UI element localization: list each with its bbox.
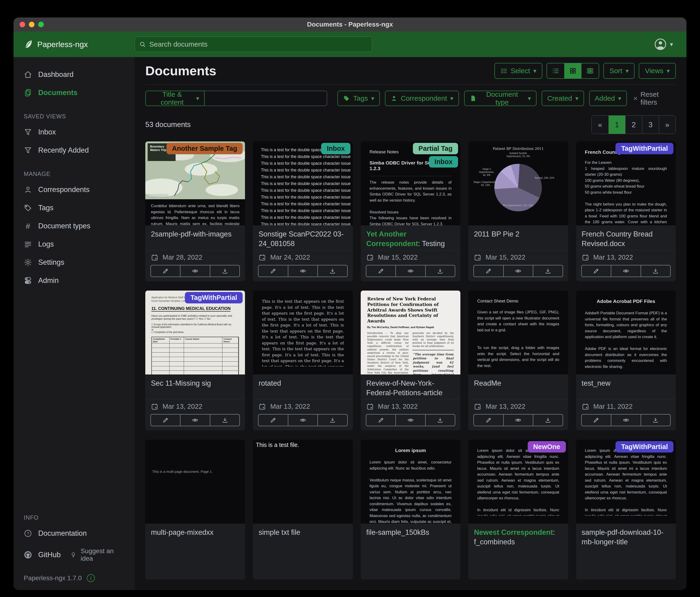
tag-pill[interactable]: TagWithPartial [185,292,243,303]
document-title[interactable]: Newest Correspondent: f_combineds [468,524,568,551]
view-button[interactable] [288,265,317,277]
sidebar-item-correspondents[interactable]: Correspondents [14,181,134,199]
edit-button[interactable] [258,414,288,426]
document-title[interactable]: test_new [576,375,676,399]
download-button[interactable] [317,265,347,277]
download-button[interactable] [210,265,240,277]
document-title[interactable]: Yet Another Correspondent: Testing Email [361,225,460,250]
tags-filter-button[interactable]: Tags ▾ [338,91,380,106]
document-card[interactable]: Lorem ipsum dolor sit amet, consectetur … [468,440,568,579]
sidebar-item-recently-added[interactable]: Recently Added [14,141,134,159]
sidebar-item-tags[interactable]: Tags [14,199,134,217]
views-button[interactable]: Views ▾ [639,63,676,79]
download-button[interactable] [533,414,562,426]
document-card[interactable]: Boundary Waters Trip Google Earth Curabi… [145,141,245,281]
sidebar-item-admin[interactable]: Admin [14,271,134,290]
document-thumbnail[interactable]: Review of New York Federal Petitions for… [361,291,460,375]
document-title[interactable]: Sec 11-Missing sig [145,375,245,399]
search-input[interactable] [149,40,368,48]
doctype-filter-button[interactable]: Document type ▾ [464,91,536,106]
document-title[interactable]: French Country Bread Revised.docx [576,225,676,250]
document-title[interactable]: 2011 BP Pie 2 [468,225,568,250]
document-card[interactable]: Contact Sheet DemoGiven a set of image f… [468,291,568,430]
sidebar-item-inbox[interactable]: Inbox [14,123,134,141]
view-button[interactable] [611,265,641,277]
sidebar-item-settings[interactable]: Settings [14,253,134,271]
tag-pill[interactable]: Another Sample Tag [167,143,243,154]
info-icon[interactable]: i [87,574,95,582]
search-box[interactable] [134,37,372,52]
document-thumbnail[interactable]: Contact Sheet DemoGiven a set of image f… [468,291,568,375]
title-content-dropdown[interactable]: Title & content ▾ [145,91,205,106]
list-view-button[interactable] [547,63,564,78]
view-button[interactable] [503,414,533,426]
edit-button[interactable] [366,265,395,277]
correspondent-filter-button[interactable]: Correspondent ▾ [385,91,459,106]
detail-view-button[interactable] [581,63,599,78]
document-thumbnail[interactable]: Adobe Acrobat PDF FilesAdobe® Portable D… [576,291,676,375]
created-filter-button[interactable]: Created ▾ [542,91,584,106]
sidebar-item-dashboard[interactable]: Dashboard [14,66,134,83]
tag-pill[interactable]: TagWithPartial [616,143,673,154]
view-button[interactable] [611,414,641,426]
document-card[interactable]: Lorem ipsum dolor sit amet, consectetur … [576,440,676,579]
document-thumbnail[interactable]: Patient BP Distribution 2011Isolated Sys… [468,141,568,225]
document-card[interactable]: Patient BP Distribution 2011Isolated Sys… [468,141,568,281]
document-card[interactable]: This is a multi page document. Page 1.mu… [145,440,245,579]
document-title[interactable]: ReadMe [468,375,568,399]
download-button[interactable] [641,265,670,277]
document-card[interactable]: This is a test file.simple txt file [253,440,353,579]
document-card[interactable]: Adobe Acrobat PDF FilesAdobe® Portable D… [576,291,676,430]
document-title[interactable]: rotated [253,375,353,399]
view-button[interactable] [180,414,209,426]
sidebar-item-document-types[interactable]: #Document types [14,217,134,235]
sidebar-item-documents[interactable]: Documents [14,83,134,102]
grid-view-button[interactable] [564,63,581,78]
tag-pill[interactable]: TagWithPartial [616,441,673,453]
sidebar-item-github[interactable]: GitHub [24,551,60,559]
reset-filters-button[interactable]: × Reset filters [633,90,676,106]
document-thumbnail[interactable]: This is a test file. [253,440,353,524]
document-thumbnail[interactable]: Lorem ipsumLorem ipsum dolor sit amet, c… [361,440,460,524]
page-button-«[interactable]: « [592,116,608,134]
select-button[interactable]: Select ▾ [494,63,542,79]
download-button[interactable] [210,414,240,426]
edit-button[interactable] [151,414,180,426]
edit-button[interactable] [474,414,503,426]
tag-pill[interactable]: NewOne [528,441,566,453]
document-card[interactable]: This is a test for the double space char… [253,141,353,281]
download-button[interactable] [317,414,347,426]
page-button-1[interactable]: 1 [608,116,625,134]
document-card[interactable]: Review of New York Federal Petitions for… [361,291,460,430]
page-button-3[interactable]: 3 [642,116,659,134]
edit-button[interactable] [366,414,395,426]
view-button[interactable] [503,265,533,277]
user-menu[interactable]: ▾ [654,38,673,51]
document-thumbnail[interactable]: This is the text that appears on the fir… [253,291,353,375]
document-title[interactable]: Review-of-New-York-Federal-Petitions-art… [361,375,460,399]
edit-button[interactable] [582,265,611,277]
sidebar-item-logs[interactable]: Logs [14,235,134,253]
sidebar-item-documentation[interactable]: ? Documentation [14,524,134,543]
document-thumbnail[interactable]: This is a multi page document. Page 1. [145,440,245,524]
tag-pill[interactable]: Partial Tag [413,143,458,154]
document-title[interactable]: sample-pdf-download-10-mb-longer-title [576,524,676,551]
download-button[interactable] [641,414,670,426]
document-card[interactable]: French Country BreadFor the Leaven 1 hea… [576,141,676,281]
document-title[interactable]: simple txt file [253,524,353,551]
app-brand[interactable]: Paperless-ngx [23,39,134,49]
suggest-idea-link[interactable]: Suggest an idea [70,547,124,562]
title-content-input[interactable] [205,91,327,106]
download-button[interactable] [425,265,455,277]
document-title[interactable]: file-sample_150kBs [361,524,460,551]
document-title[interactable]: 2sample-pdf-with-images [145,225,245,250]
document-title[interactable]: multi-page-mixedxx [145,524,245,551]
document-card[interactable]: Lorem ipsumLorem ipsum dolor sit amet, c… [361,440,460,579]
view-button[interactable] [395,414,425,426]
document-card[interactable]: Release NotesSimba ODBC Driver for SQL S… [361,141,460,281]
edit-button[interactable] [258,265,288,277]
edit-button[interactable] [474,265,503,277]
view-button[interactable] [180,265,209,277]
document-card[interactable]: Application for Medical Staff Members Go… [145,291,245,430]
download-button[interactable] [425,414,455,426]
